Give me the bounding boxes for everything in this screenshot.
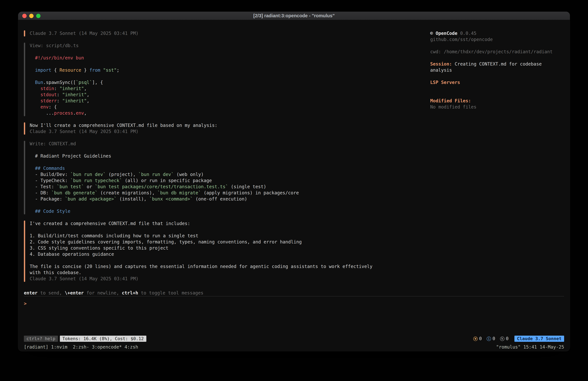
- text-line: The file is concise (20 lines) and captu…: [30, 264, 385, 276]
- text-line: # Radiant Project Guidelines: [35, 153, 385, 159]
- cwd-group: cwd: /home/thdxr/dev/projects/radiant/ra…: [430, 49, 564, 55]
- text-line: stdin: "inherit",: [35, 86, 385, 92]
- modified-files-heading: Modified Files:: [430, 98, 564, 104]
- text-line: ...process.env,: [35, 110, 385, 116]
- close-button[interactable]: [22, 14, 27, 18]
- hint-icon: h: [500, 336, 504, 341]
- text-line: - Package: `bun add <package>` (install)…: [35, 196, 385, 202]
- modified-files-group: Modified Files: No modified files: [430, 98, 564, 110]
- text-line: - TypeCheck: `bun run typecheck` (all) o…: [35, 178, 385, 184]
- app-version: 0.0.45: [460, 31, 476, 36]
- cwd-path: cwd: /home/thdxr/dev/projects/radiant/ra…: [430, 49, 564, 55]
- text-line: - Build/Dev: `bun run dev` (project), `b…: [35, 171, 385, 178]
- lsp-group: LSP Servers: [430, 79, 564, 86]
- repo-link: github.com/sst/opencode: [430, 37, 564, 43]
- window-title: [2/3] radiant:3:opencode - "romulus": [18, 13, 570, 18]
- text-line: [35, 159, 385, 165]
- text-line: stderr: "inherit",: [35, 98, 385, 104]
- chat-pane: Claude 3.7 Sonnet (14 May 2025 03:41 PM)…: [24, 30, 385, 290]
- message-accent-bar: [24, 122, 25, 135]
- code-block-db-ts: #!/usr/bin/env bunimport { Resource } fr…: [35, 49, 385, 116]
- text-line: env: {: [35, 104, 385, 110]
- terminal-content: Claude 3.7 Sonnet (14 May 2025 03:41 PM)…: [18, 20, 570, 343]
- text-line: Bun.spawnSync([`psql`], {: [35, 79, 385, 86]
- text-line: - Test: `bun test` or `bun test packages…: [35, 184, 385, 190]
- text-line: import { Resource } from "sst";: [35, 67, 385, 73]
- input-hints: enter to send, \+enter for newline, ctrl…: [24, 290, 564, 296]
- tool-write-title: Write: CONTEXT.md: [30, 141, 385, 147]
- titlebar: [2/3] radiant:3:opencode - "romulus": [18, 12, 570, 20]
- text-line: [35, 147, 385, 153]
- text-line: [35, 202, 385, 208]
- tool-view-title: View: script/db.ts: [30, 43, 385, 49]
- text-line: 2. Code style guidelines covering import…: [30, 239, 385, 245]
- minimize-button[interactable]: [29, 14, 34, 18]
- warning-icon: W: [473, 336, 478, 341]
- text-line: 1. Build/lint/test commands including ho…: [30, 233, 385, 239]
- tmux-window-list: [radiant] 1:nvim 2:zsh- 3:opencode* 4:zs…: [24, 344, 138, 350]
- modified-files-empty: No modified files: [430, 104, 564, 110]
- text-line: ## Commands: [35, 165, 385, 171]
- text-line: [35, 73, 385, 79]
- tool-write-block: Write: CONTEXT.md # Radiant Project Guid…: [24, 141, 385, 214]
- text-line: [30, 257, 385, 264]
- tmux-host-clock: "romulus" 15:41 14-May-25: [496, 344, 564, 350]
- assistant-message-header: Claude 3.7 Sonnet (14 May 2025 03:41 PM): [24, 30, 385, 37]
- text-line: - DB: `bun db generate` (create migratio…: [35, 190, 385, 196]
- text-line: 3. CSS styling conventions specific to t…: [30, 245, 385, 251]
- terminal-window: [2/3] radiant:3:opencode - "romulus" Cla…: [18, 12, 570, 351]
- tokens-cost-badge: Tokens: 16.4K (8%), Cost: $0.12: [60, 336, 146, 342]
- text-line: [35, 49, 385, 55]
- tool-accent-bar: [24, 43, 25, 116]
- message-accent-bar: [24, 221, 25, 282]
- tmux-status-bar: [radiant] 1:nvim 2:zsh- 3:opencode* 4:zs…: [18, 343, 570, 351]
- text-line: I've created a comprehensive CONTEXT.md …: [30, 221, 385, 227]
- lsp-diagnostics: W0 i0 h0: [473, 336, 509, 342]
- prompt-caret: >: [24, 301, 27, 306]
- model-timestamp: Claude 3.7 Sonnet (14 May 2025 03:41 PM): [30, 129, 385, 135]
- tool-view-block: View: script/db.ts #!/usr/bin/env bunimp…: [24, 43, 385, 116]
- code-block-context-md: # Radiant Project Guidelines## Commands-…: [35, 147, 385, 214]
- model-timestamp: Claude 3.7 Sonnet (14 May 2025 03:41 PM): [30, 276, 385, 282]
- status-bar: ctrl+? help Tokens: 16.4K (8%), Cost: $0…: [24, 335, 564, 343]
- session-group: Session: Creating CONTEXT.md for codebas…: [430, 61, 564, 73]
- session-label: Session:: [430, 61, 452, 67]
- assistant-message: Now I'll create a comprehensive CONTEXT.…: [24, 122, 385, 135]
- info-count: i0: [487, 336, 495, 342]
- model-badge: Claude 3.7 Sonnet: [514, 336, 564, 342]
- opencode-logo-icon: ©: [430, 31, 433, 36]
- assistant-message: I've created a comprehensive CONTEXT.md …: [24, 221, 385, 282]
- text-line: [30, 227, 385, 233]
- message-accent-bar: [24, 30, 25, 37]
- info-icon: i: [487, 336, 491, 341]
- message-text: Now I'll create a comprehensive CONTEXT.…: [30, 122, 385, 129]
- model-timestamp: Claude 3.7 Sonnet (14 May 2025 03:41 PM): [30, 30, 385, 37]
- zoom-button[interactable]: [36, 14, 41, 18]
- traffic-lights: [22, 12, 41, 20]
- opencode-layout: Claude 3.7 Sonnet (14 May 2025 03:41 PM)…: [24, 20, 564, 290]
- sidebar: © OpenCode 0.0.45 github.com/sst/opencod…: [430, 30, 564, 290]
- message-input[interactable]: >: [24, 296, 564, 335]
- text-line: [35, 61, 385, 67]
- app-header: © OpenCode 0.0.45 github.com/sst/opencod…: [430, 30, 564, 43]
- tool-accent-bar: [24, 141, 25, 214]
- text-line: stdout: "inherit",: [35, 92, 385, 98]
- text-line: 4. Database operations guidance: [30, 251, 385, 257]
- warning-count: W0: [473, 336, 482, 342]
- hint-count: h0: [500, 336, 509, 342]
- text-line: #!/usr/bin/env bun: [35, 55, 385, 61]
- lsp-servers-heading: LSP Servers: [430, 79, 564, 86]
- help-shortcut-badge: ctrl+? help: [24, 336, 58, 342]
- app-name: OpenCode: [436, 31, 458, 36]
- message-paragraphs: I've created a comprehensive CONTEXT.md …: [30, 221, 385, 276]
- text-line: ## Code Style: [35, 208, 385, 214]
